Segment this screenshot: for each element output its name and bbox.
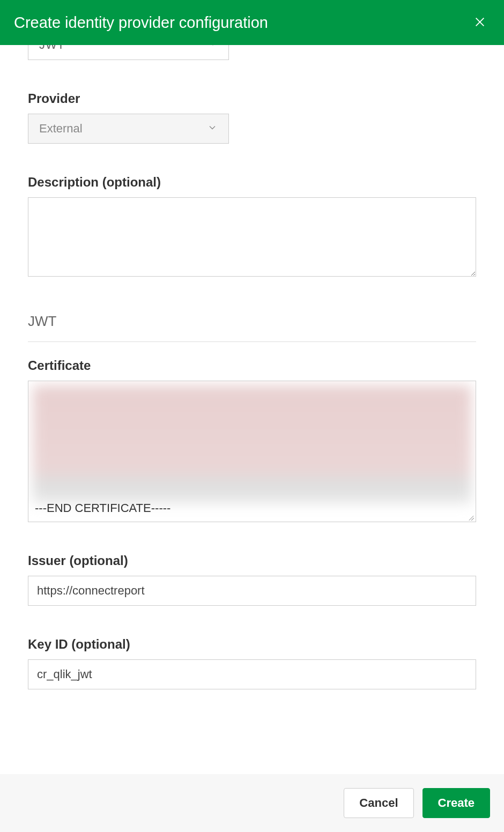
issuer-field: Issuer (optional) — [28, 553, 476, 606]
keyid-input[interactable] — [28, 659, 476, 689]
provider-field: Provider External — [28, 91, 476, 144]
modal-header: Create identity provider configuration — [0, 0, 504, 45]
issuer-label: Issuer (optional) — [28, 553, 476, 568]
description-textarea[interactable] — [28, 197, 476, 277]
close-icon — [474, 16, 486, 28]
section-heading: JWT — [28, 313, 476, 342]
close-button[interactable] — [470, 12, 490, 34]
certificate-textarea[interactable]: ---END CERTIFICATE----- — [28, 381, 476, 522]
keyid-field: Key ID (optional) — [28, 637, 476, 689]
type-field: JWT — [28, 45, 476, 60]
modal: Create identity provider configuration J… — [0, 0, 504, 832]
cancel-button[interactable]: Cancel — [344, 788, 413, 818]
description-label: Description (optional) — [28, 175, 476, 190]
modal-title: Create identity provider configuration — [14, 14, 268, 32]
resize-handle[interactable] — [467, 513, 475, 521]
certificate-redacted — [33, 385, 471, 503]
provider-label: Provider — [28, 91, 476, 106]
description-field: Description (optional) — [28, 175, 476, 279]
chevron-down-icon — [208, 45, 218, 51]
certificate-label: Certificate — [28, 358, 476, 373]
certificate-end-marker: ---END CERTIFICATE----- — [35, 501, 171, 515]
modal-footer: Cancel Create — [0, 774, 504, 832]
provider-select[interactable]: External — [28, 114, 229, 144]
modal-body: JWT Provider External Description (optio… — [0, 45, 504, 774]
issuer-input[interactable] — [28, 576, 476, 606]
create-button[interactable]: Create — [423, 788, 490, 818]
keyid-label: Key ID (optional) — [28, 637, 476, 652]
chevron-down-icon — [207, 122, 218, 135]
provider-select-value: External — [39, 122, 83, 136]
certificate-field: Certificate ---END CERTIFICATE----- — [28, 358, 476, 522]
type-select-value: JWT — [39, 45, 65, 52]
type-select[interactable]: JWT — [28, 45, 229, 60]
